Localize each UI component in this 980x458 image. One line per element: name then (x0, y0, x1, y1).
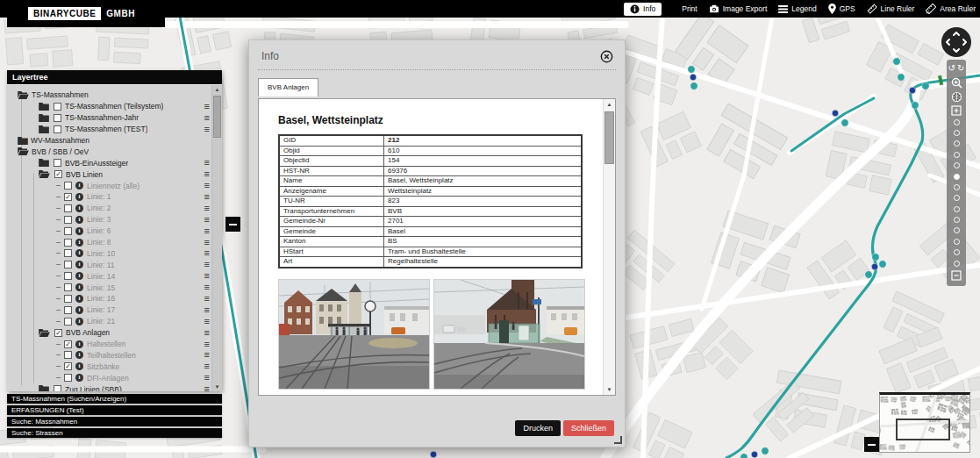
tree-item-sitzb-nke[interactable]: –✓iSitzbänke≡ (7, 361, 212, 372)
haltestelle-dot[interactable] (740, 454, 748, 458)
tree-item-liniennetz-alle[interactable]: –iLiniennetz (alle)≡ (7, 180, 212, 191)
haltestelle-dot[interactable] (922, 82, 929, 89)
info-button[interactable]: Info (624, 3, 662, 16)
toolbar-item-gps[interactable]: GPS (828, 4, 855, 14)
tree-item-linie-6[interactable]: –iLinie: 6≡ (7, 225, 212, 237)
overview-extent-box[interactable] (896, 419, 950, 440)
tree-item-bvb-anlagen[interactable]: ✓BVB Anlagen≡ (7, 327, 212, 339)
toolbar-item-image-export[interactable]: Image Export (709, 4, 768, 13)
sitzbank-dot[interactable] (909, 87, 915, 93)
layer-info-icon[interactable]: i (75, 182, 83, 190)
panel-collapse-button[interactable] (225, 217, 240, 232)
zoom-level-dot[interactable] (954, 130, 960, 136)
zoom-level-dot[interactable] (954, 184, 960, 190)
layer-checkbox[interactable] (54, 159, 61, 167)
zoom-level-dot[interactable] (954, 119, 960, 125)
layer-checkbox[interactable] (54, 125, 61, 133)
layer-checkbox[interactable]: ✓ (64, 362, 72, 370)
tree-item-linie-3[interactable]: –iLinie: 3≡ (7, 214, 212, 225)
layer-menu-icon[interactable]: ≡ (204, 169, 210, 179)
modal-scrollbar[interactable]: ▲ ▼ (603, 99, 615, 395)
layer-info-icon[interactable]: i (75, 272, 83, 280)
zoom-level-dot[interactable] (954, 195, 960, 201)
haltestelle-dot[interactable] (898, 74, 905, 81)
tree-scroll-thumb[interactable] (213, 96, 221, 138)
tree-item-bvb-einaussteiger[interactable]: BVB-EinAussteiger≡ (7, 157, 212, 168)
layer-menu-icon[interactable]: ≡ (204, 361, 210, 371)
tree-item-ts-massnahmen-teilsystem[interactable]: TS-Massnahmen (Teilsystem)≡ (7, 101, 212, 112)
haltestelle-dot[interactable] (762, 447, 769, 454)
sitzbank-dot[interactable] (871, 263, 877, 269)
layer-menu-icon[interactable]: ≡ (204, 294, 210, 304)
layer-checkbox[interactable] (64, 351, 72, 359)
layer-checkbox[interactable]: ✓ (54, 329, 62, 337)
layer-menu-icon[interactable]: ≡ (204, 192, 210, 202)
toolbar-item-print[interactable]: Print (682, 4, 697, 13)
layer-menu-icon[interactable]: ≡ (204, 340, 210, 349)
layer-checkbox[interactable] (64, 227, 72, 235)
rotate-right-icon[interactable]: ↻ (957, 64, 964, 73)
layer-checkbox[interactable] (64, 295, 72, 303)
layer-menu-icon[interactable]: ≡ (204, 317, 210, 326)
tree-item-linie-1[interactable]: –✓iLinie: 1≡ (7, 191, 212, 203)
tree-item-linie-8[interactable]: –iLinie: 8≡ (7, 237, 212, 248)
zoom-level-dot[interactable] (954, 217, 960, 223)
folder-icon[interactable] (18, 137, 28, 145)
zoom-box-in-icon[interactable] (951, 105, 962, 116)
scroll-down-icon[interactable]: ▼ (604, 385, 615, 394)
layer-menu-icon[interactable]: ≡ (204, 238, 210, 247)
layer-menu-icon[interactable]: ≡ (204, 158, 210, 168)
folder-icon[interactable] (39, 159, 49, 167)
zoom-box-out-icon[interactable] (951, 270, 962, 281)
folder-open-icon[interactable] (18, 91, 29, 99)
print-button[interactable]: Drucken (515, 420, 561, 436)
layer-info-icon[interactable]: i (75, 283, 83, 291)
zoom-level-dot[interactable] (954, 206, 960, 212)
tree-item-dfi-anlagen[interactable]: –iDFI-Anlagen≡ (7, 372, 212, 383)
layer-menu-icon[interactable]: ≡ (204, 271, 210, 281)
layer-menu-icon[interactable]: ≡ (204, 113, 210, 123)
layer-info-icon[interactable]: i (75, 351, 83, 359)
layertree-header[interactable]: Layertree (7, 70, 222, 85)
tree-item-linie-11[interactable]: –iLinie: 11≡ (7, 259, 212, 270)
haltestelle-dot[interactable] (893, 58, 900, 65)
layer-info-icon[interactable]: i (75, 227, 83, 235)
layer-checkbox[interactable] (54, 385, 61, 391)
panel-bar-suche-strassen[interactable]: Suche: Strassen (7, 428, 222, 438)
layer-checkbox[interactable] (54, 114, 61, 122)
tab-bvb-anlagen[interactable]: BVB Anlagen (258, 78, 318, 97)
close-button[interactable]: Schließen (563, 420, 614, 436)
folder-open-icon[interactable] (18, 147, 29, 155)
layer-info-icon[interactable]: i (75, 306, 83, 314)
modal-scroll-thumb[interactable] (604, 111, 614, 164)
panel-bar-ts-massnahmen-suchen-anzeigen[interactable]: TS-Massnahmen (Suchen/Anzeigen) (7, 394, 222, 404)
layer-menu-icon[interactable]: ≡ (204, 125, 210, 134)
layer-checkbox[interactable] (64, 306, 72, 314)
layer-info-icon[interactable]: i (75, 239, 83, 247)
zoom-level-dot[interactable] (954, 249, 960, 255)
zoom-level-dot[interactable] (954, 140, 960, 147)
tree-item-linie-14[interactable]: –iLinie: 14≡ (7, 270, 212, 282)
layer-menu-icon[interactable]: ≡ (204, 373, 210, 383)
toolbar-item-line-ruler[interactable]: Line Ruler (867, 4, 915, 14)
folder-open-icon[interactable] (39, 170, 50, 178)
tree-item-teilhaltestellen[interactable]: –iTeilhaltestellen≡ (7, 349, 212, 361)
overview-map[interactable] (879, 392, 970, 453)
layer-menu-icon[interactable]: ≡ (204, 305, 210, 315)
layer-menu-icon[interactable]: ≡ (204, 350, 210, 360)
folder-icon[interactable] (39, 114, 49, 122)
modal-close-button[interactable] (600, 50, 613, 63)
zoom-level-dot[interactable] (954, 227, 960, 233)
scroll-down-icon[interactable]: ▼ (212, 383, 222, 391)
tree-item-bvb-sbb-oev[interactable]: BVB / SBB / OeV (7, 146, 212, 157)
layer-info-icon[interactable]: i (75, 249, 83, 257)
layer-info-icon[interactable]: i (75, 204, 83, 212)
panel-bar-suche-massnahmen[interactable]: Suche: Massnahmen (7, 417, 222, 426)
layer-menu-icon[interactable]: ≡ (204, 384, 210, 391)
folder-icon[interactable] (39, 385, 49, 391)
folder-icon[interactable] (39, 103, 49, 111)
sitzbank-dot[interactable] (832, 110, 838, 116)
tree-item-ts-massnahmen-test[interactable]: TS-Massnahmen (TEST)≡ (7, 124, 212, 135)
layer-info-icon[interactable]: i (75, 295, 83, 303)
layer-checkbox[interactable] (64, 261, 72, 268)
